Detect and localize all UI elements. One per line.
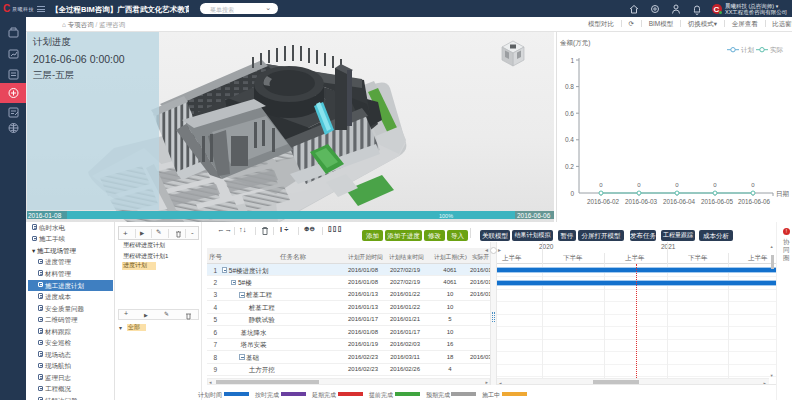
svg-text:0: 0 [675,182,679,188]
svg-text:2016-06-05: 2016-06-05 [701,198,734,205]
svg-text:0.6: 0.6 [565,110,574,117]
svg-text:0.4: 0.4 [565,136,574,143]
svg-text:0: 0 [599,182,603,188]
svg-text:2016-06-04: 2016-06-04 [663,198,696,205]
svg-text:0: 0 [637,182,641,188]
svg-text:2016-06-02: 2016-06-02 [587,198,620,205]
svg-text:实际: 实际 [770,46,784,54]
svg-text:2016-06-03: 2016-06-03 [625,198,658,205]
svg-text:日期: 日期 [776,190,789,197]
svg-text:0.8: 0.8 [565,83,574,90]
svg-text:计划: 计划 [741,46,755,53]
svg-text:0: 0 [570,190,574,197]
svg-text:0: 0 [751,182,755,188]
svg-text:1: 1 [570,57,574,64]
svg-text:2016-06-06: 2016-06-06 [738,198,771,205]
svg-text:金额(万元): 金额(万元) [560,39,590,47]
svg-text:0.2: 0.2 [565,163,574,170]
svg-text:0: 0 [713,182,717,188]
